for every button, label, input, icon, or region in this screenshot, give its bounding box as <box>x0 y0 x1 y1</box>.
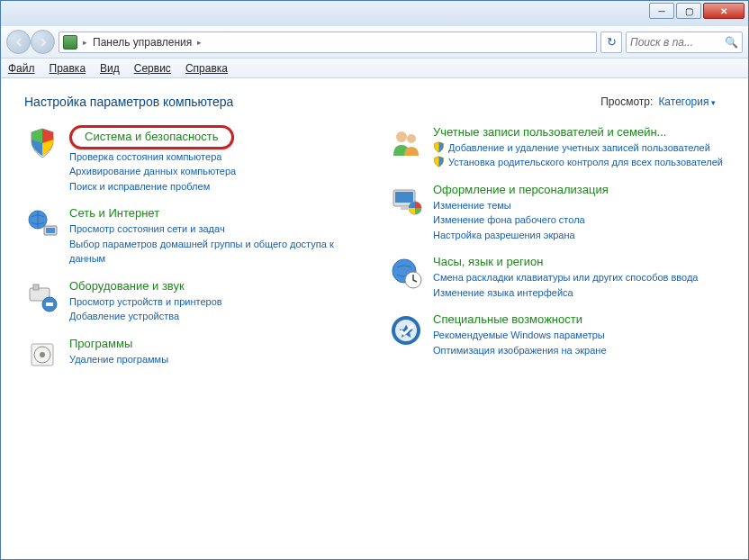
category-title[interactable]: Система и безопасность <box>69 125 234 149</box>
category-title[interactable]: Специальные возможности <box>433 312 725 328</box>
svg-rect-7 <box>46 303 53 306</box>
category-l1: Сеть и ИнтернетПросмотр состояния сети и… <box>24 206 361 266</box>
close-button[interactable]: ✕ <box>703 3 744 19</box>
view-mode-dropdown[interactable]: Категория <box>658 95 716 108</box>
svg-point-10 <box>40 352 45 357</box>
svg-rect-16 <box>401 206 408 210</box>
hardware-icon <box>24 279 60 315</box>
users-icon <box>388 125 424 161</box>
category-sublink[interactable]: Проверка состояния компьютера <box>69 149 361 165</box>
menu-file[interactable]: Файл <box>8 62 35 75</box>
programs-icon <box>24 337 60 373</box>
maximize-button[interactable]: ▢ <box>676 3 701 19</box>
category-r3: Специальные возможностиРекомендуемые Win… <box>388 312 725 357</box>
svg-point-13 <box>407 134 416 143</box>
network-icon <box>24 206 60 242</box>
category-sublink[interactable]: Добавление устройства <box>69 309 361 324</box>
category-l2: Оборудование и звукПросмотр устройств и … <box>24 279 361 324</box>
security-icon <box>24 125 60 161</box>
minimize-button[interactable]: ─ <box>649 3 674 19</box>
refresh-button[interactable]: ↻ <box>600 32 622 53</box>
category-sublink[interactable]: Установка родительского контроля для все… <box>433 155 725 170</box>
back-button[interactable] <box>6 30 31 54</box>
category-sublink[interactable]: Изменение языка интерфейса <box>433 285 725 301</box>
category-r2: Часы, язык и регионСмена раскладки клави… <box>388 255 725 300</box>
breadcrumb-root[interactable]: Панель управления <box>93 36 192 49</box>
category-sublink[interactable]: Изменение фона рабочего стола <box>433 212 725 228</box>
category-sublink[interactable]: Просмотр состояния сети и задач <box>69 221 361 237</box>
search-box[interactable]: 🔍 <box>626 32 743 53</box>
category-title[interactable]: Оборудование и звук <box>69 279 361 294</box>
address-bar[interactable]: ▸ Панель управления ▸ <box>59 32 597 53</box>
menubar: Файл Правка Вид Сервис Справка <box>1 59 748 78</box>
svg-rect-15 <box>395 192 413 203</box>
category-title[interactable]: Учетные записи пользователей и семейн... <box>433 125 725 140</box>
categories-left: Система и безопасностьПроверка состояния… <box>24 125 361 373</box>
view-mode: Просмотр: Категория <box>600 95 716 108</box>
svg-point-12 <box>396 131 407 142</box>
svg-rect-5 <box>33 285 39 290</box>
category-sublink[interactable]: Удаление программы <box>69 352 361 367</box>
category-r0: Учетные записи пользователей и семейн...… <box>388 125 725 170</box>
content-area: Настройка параметров компьютера Просмотр… <box>1 78 748 559</box>
menu-edit[interactable]: Правка <box>50 62 86 75</box>
category-sublink[interactable]: Смена раскладки клавиатуры или других сп… <box>433 270 725 285</box>
search-icon: 🔍 <box>725 36 738 49</box>
titlebar: ─ ▢ ✕ <box>1 1 748 26</box>
control-panel-icon <box>63 35 77 50</box>
svg-rect-3 <box>46 228 55 233</box>
category-title[interactable]: Оформление и персонализация <box>433 183 725 198</box>
chevron-right-icon: ▸ <box>197 38 202 47</box>
menu-view[interactable]: Вид <box>100 62 120 75</box>
category-title[interactable]: Часы, язык и регион <box>433 255 725 270</box>
category-sublink[interactable]: Рекомендуемые Windows параметры <box>433 328 725 343</box>
category-sublink[interactable]: Архивирование данных компьютера <box>69 164 361 179</box>
category-sublink[interactable]: Просмотр устройств и принтеров <box>69 294 361 310</box>
window: ─ ▢ ✕ ▸ Панель управления ▸ ↻ 🔍 Файл Пра… <box>0 0 749 560</box>
category-sublink[interactable]: Изменение темы <box>433 198 725 213</box>
category-sublink[interactable]: Оптимизация изображения на экране <box>433 343 725 358</box>
navbar: ▸ Панель управления ▸ ↻ 🔍 <box>1 26 748 59</box>
category-title[interactable]: Сеть и Интернет <box>69 206 361 221</box>
access-icon <box>388 312 424 348</box>
appearance-icon <box>388 183 424 219</box>
menu-help[interactable]: Справка <box>185 62 228 75</box>
category-title[interactable]: Программы <box>69 337 361 352</box>
category-sublink[interactable]: Добавление и удаление учетных записей по… <box>433 140 725 156</box>
search-input[interactable] <box>630 36 725 49</box>
menu-tools[interactable]: Сервис <box>134 62 171 75</box>
forward-button[interactable] <box>31 30 55 54</box>
category-r1: Оформление и персонализацияИзменение тем… <box>388 183 725 242</box>
view-label: Просмотр: <box>600 95 653 108</box>
category-sublink[interactable]: Поиск и исправление проблем <box>69 179 361 194</box>
chevron-right-icon: ▸ <box>83 38 87 47</box>
page-title: Настройка параметров компьютера <box>24 95 233 109</box>
category-sublink[interactable]: Выбор параметров домашней группы и общег… <box>69 237 361 266</box>
category-sublink[interactable]: Настройка разрешения экрана <box>433 228 725 243</box>
category-l0: Система и безопасностьПроверка состояния… <box>24 125 361 194</box>
categories-right: Учетные записи пользователей и семейн...… <box>388 125 725 373</box>
clock-icon <box>388 255 424 291</box>
category-l3: ПрограммыУдаление программы <box>24 337 361 373</box>
